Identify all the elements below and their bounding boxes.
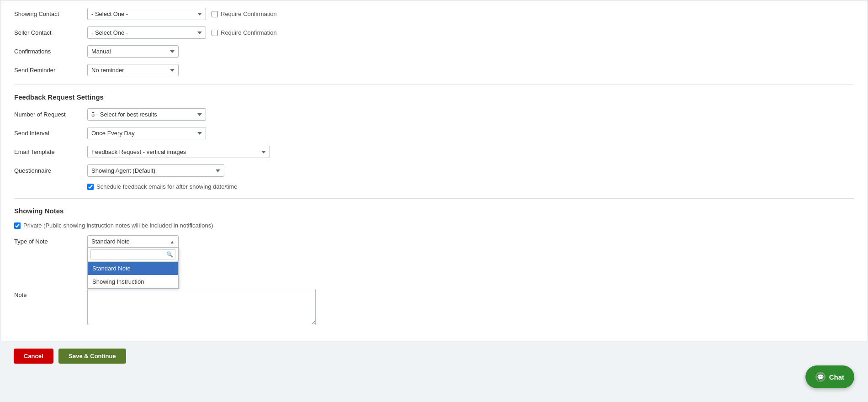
number-of-request-row: Number of Request 1234 5 - Select for be… [14, 108, 854, 121]
dropdown-arrow-icon: ▲ [170, 239, 175, 244]
seller-contact-confirm-checkbox[interactable] [212, 30, 218, 36]
type-of-note-controls: Standard Note ▲ 🔍 Standard Note [87, 235, 179, 248]
send-reminder-controls: No reminder 1 Hour Before 2 Hours Before… [87, 64, 179, 76]
showing-contact-label: Showing Contact [14, 11, 87, 17]
save-continue-button[interactable]: Save & Continue [58, 349, 126, 364]
send-interval-select[interactable]: Once Every Day Once Every 2 Days Once Ev… [87, 127, 206, 139]
number-of-request-select[interactable]: 1234 5 - Select for best results 678910 [87, 108, 206, 121]
private-checkbox[interactable] [14, 222, 21, 229]
dropdown-search-container: 🔍 [88, 248, 178, 262]
send-interval-label: Send Interval [14, 130, 87, 137]
schedule-checkbox[interactable] [87, 184, 94, 190]
schedule-checkbox-label[interactable]: Schedule feedback emails for after showi… [87, 183, 238, 190]
seller-contact-select[interactable]: - Select One - [87, 26, 206, 39]
number-of-request-controls: 1234 5 - Select for best results 678910 [87, 108, 206, 121]
confirmations-controls: Manual Automatic None [87, 45, 179, 58]
type-of-note-dropdown-menu: 🔍 Standard Note Showing Instruction [87, 248, 179, 289]
private-checkbox-row: Private (Public showing instruction note… [14, 222, 854, 229]
send-reminder-label: Send Reminder [14, 67, 87, 74]
page-wrapper: Showing Contact - Select One - Require C… [0, 0, 868, 402]
type-of-note-trigger[interactable]: Standard Note ▲ [87, 235, 179, 248]
note-label: Note [14, 291, 87, 298]
seller-contact-label: Seller Contact [14, 29, 87, 36]
schedule-checkbox-row: Schedule feedback emails for after showi… [14, 183, 854, 190]
send-interval-row: Send Interval Once Every Day Once Every … [14, 127, 854, 139]
feedback-section-title: Feedback Request Settings [14, 93, 854, 101]
bottom-bar: Cancel Save & Continue [0, 341, 868, 371]
type-of-note-row: Type of Note Standard Note ▲ 🔍 [14, 235, 854, 248]
seller-contact-controls: - Select One - Require Confirmation [87, 26, 277, 39]
type-of-note-dropdown-container: Standard Note ▲ 🔍 Standard Note [87, 235, 179, 248]
number-of-request-label: Number of Request [14, 111, 87, 118]
questionnaire-label: Questionnaire [14, 167, 87, 174]
questionnaire-controls: Showing Agent (Default) Buyer Agent Sell… [87, 164, 224, 177]
email-template-controls: Feedback Request - vertical images Feedb… [87, 146, 270, 158]
section-divider-2 [14, 198, 854, 199]
section-divider-1 [14, 85, 854, 85]
email-template-row: Email Template Feedback Request - vertic… [14, 146, 854, 158]
confirmations-row: Confirmations Manual Automatic None [14, 45, 854, 58]
note-row: Note [14, 289, 854, 325]
showing-contact-select[interactable]: - Select One - [87, 8, 206, 20]
showing-contact-confirm-label[interactable]: Require Confirmation [212, 11, 277, 17]
chat-icon: 💬 [815, 372, 826, 382]
send-reminder-row: Send Reminder No reminder 1 Hour Before … [14, 64, 854, 76]
send-interval-controls: Once Every Day Once Every 2 Days Once Ev… [87, 127, 206, 139]
note-controls [87, 289, 316, 325]
dropdown-search-input[interactable] [90, 249, 175, 259]
seller-contact-confirm-label[interactable]: Require Confirmation [212, 29, 277, 36]
questionnaire-row: Questionnaire Showing Agent (Default) Bu… [14, 164, 854, 177]
questionnaire-select[interactable]: Showing Agent (Default) Buyer Agent Sell… [87, 164, 224, 177]
type-of-note-label: Type of Note [14, 238, 87, 245]
confirmations-label: Confirmations [14, 48, 87, 55]
search-icon: 🔍 [166, 251, 173, 258]
cancel-button[interactable]: Cancel [14, 349, 53, 364]
seller-contact-row: Seller Contact - Select One - Require Co… [14, 26, 854, 39]
main-content: Showing Contact - Select One - Require C… [0, 0, 868, 341]
showing-notes-title: Showing Notes [14, 207, 854, 215]
email-template-select[interactable]: Feedback Request - vertical images Feedb… [87, 146, 270, 158]
confirmations-select[interactable]: Manual Automatic None [87, 45, 179, 58]
chat-button[interactable]: 💬 Chat [805, 365, 854, 388]
send-reminder-select[interactable]: No reminder 1 Hour Before 2 Hours Before… [87, 64, 179, 76]
showing-contact-row: Showing Contact - Select One - Require C… [14, 8, 854, 20]
showing-contact-controls: - Select One - Require Confirmation [87, 8, 277, 20]
note-textarea[interactable] [87, 289, 316, 325]
dropdown-item-standard-note[interactable]: Standard Note [88, 262, 178, 275]
showing-contact-confirm-checkbox[interactable] [212, 11, 218, 17]
private-checkbox-label[interactable]: Private (Public showing instruction note… [14, 222, 213, 229]
dropdown-item-showing-instruction[interactable]: Showing Instruction [88, 275, 178, 288]
email-template-label: Email Template [14, 148, 87, 155]
